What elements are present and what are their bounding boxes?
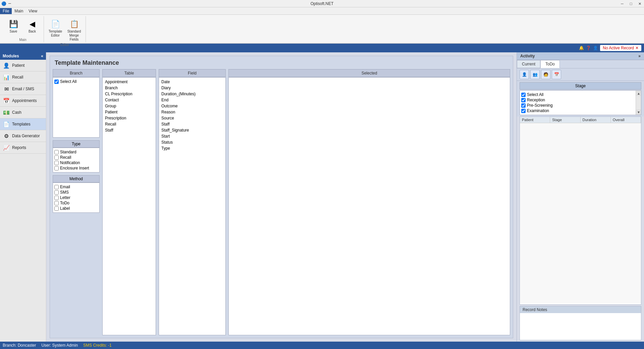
user-icon[interactable]: 👤 [593,46,598,50]
method-email-checkbox[interactable] [54,185,59,189]
table-item-prescription[interactable]: Prescription [104,115,154,121]
field-item-diary[interactable]: Diary [160,85,224,91]
template-editor-button[interactable]: 📄 Template Editor [47,17,64,39]
table-item-patient[interactable]: Patient [104,109,154,115]
sidebar-item-appointments[interactable]: 📅 Appointments [0,95,46,107]
field-item-date[interactable]: Date [160,79,224,85]
maximize-button[interactable]: □ [627,0,635,7]
method-todo-label: ToDo [60,201,69,205]
type-standard[interactable]: Standard [54,149,98,155]
method-letter-checkbox[interactable] [54,196,59,200]
field-item-type[interactable]: Type [160,145,224,151]
patient-icon: 👤 [3,62,10,69]
activity-table: Patient Stage Duration Overall [520,116,641,305]
stage-select-all-checkbox[interactable] [521,93,526,97]
method-sms-checkbox[interactable] [54,190,59,195]
field-item-outcome[interactable]: Outcome [160,103,224,109]
branch-select-all-checkbox[interactable] [54,80,59,84]
sidebar-collapse-icon[interactable]: « [41,54,43,58]
selected-content [228,77,510,335]
stage-reception-checkbox[interactable] [521,98,526,102]
branch-content: Select All [53,77,100,138]
app-logo-icon: 🔵 [1,1,6,6]
sidebar-item-reports[interactable]: 📈 Reports [0,142,46,154]
sidebar-item-recall[interactable]: 📊 Recall [0,71,46,83]
type-notification-checkbox[interactable] [54,161,59,165]
tab-current[interactable]: Current [517,60,540,68]
activity-icon-person2[interactable]: 👥 [530,70,540,79]
status-user: User: System Admin [41,343,78,348]
activity-icon-person3[interactable]: 🧑 [541,70,550,79]
field-item-duration[interactable]: Duration_(Minutes) [160,91,224,97]
method-todo-checkbox[interactable] [54,201,59,205]
save-button[interactable]: 💾 Save [5,17,22,35]
method-todo[interactable]: ToDo [54,200,98,206]
type-notification[interactable]: Notification [54,160,98,165]
stage-select-all[interactable]: Select All [521,92,634,97]
ribbon-main-label: Main [19,38,26,42]
method-label-checkbox[interactable] [54,206,59,211]
menu-file[interactable]: File [0,8,12,14]
menu-main[interactable]: Main [12,8,26,14]
type-standard-checkbox[interactable] [54,150,59,154]
type-enclosure-insert[interactable]: Enclosure Insert [54,165,98,171]
notification-icon[interactable]: 🔔 [579,46,584,50]
stage-pre-screening[interactable]: Pre-Screening [521,103,634,108]
stage-reception[interactable]: Reception [521,97,634,103]
method-letter[interactable]: Letter [54,195,98,200]
field-item-staff[interactable]: Staff [160,121,224,127]
table-item-appointment[interactable]: Appointment [104,79,154,85]
col-duration: Duration [581,117,611,123]
field-item-status[interactable]: Status [160,139,224,145]
ribbon-group-editor: 📄 Template Editor 📋 Standard Merge Field… [44,16,86,42]
sidebar-item-cash[interactable]: 💵 Cash [0,107,46,118]
field-item-end[interactable]: End [160,97,224,103]
stage-scrollbar[interactable]: ▲ ▼ [636,91,641,115]
method-email[interactable]: Email [54,184,98,190]
branch-select-all[interactable]: Select All [54,79,98,84]
table-item-branch[interactable]: Branch [104,85,154,91]
activity-expand-icon[interactable]: » [638,54,641,58]
menu-view[interactable]: View [26,8,40,14]
field-item-reason[interactable]: Reason [160,109,224,115]
method-content: Email SMS Letter [53,183,100,213]
stage-examination[interactable]: Examination [521,108,634,113]
field-item-start[interactable]: Start [160,133,224,139]
close-button[interactable]: ✕ [635,0,644,7]
method-label[interactable]: Label [54,206,98,211]
field-item-source[interactable]: Source [160,115,224,121]
record-notes-body[interactable] [520,313,641,340]
branch-select-all-label: Select All [60,79,76,84]
stage-examination-checkbox[interactable] [521,109,526,113]
no-active-record-close[interactable]: ✕ [635,46,639,50]
sidebar-item-label-patient: Patient [12,63,24,68]
table-item-staff[interactable]: Staff [104,127,154,133]
help-icon[interactable]: ❓ [586,46,591,50]
stage-pre-screening-checkbox[interactable] [521,103,526,108]
method-sms[interactable]: SMS [54,190,98,195]
table-item-cl-prescription[interactable]: CL Prescription [104,91,154,97]
type-enclosure-insert-checkbox[interactable] [54,166,59,170]
activity-icon-calendar[interactable]: 📅 [552,70,561,79]
sidebar-item-patient[interactable]: 👤 Patient [0,60,46,71]
table-item-contact[interactable]: Contact [104,97,154,103]
field-content: Date Diary Duration_(Minutes) End Outcom… [159,77,226,335]
activity-icon-person1[interactable]: 👤 [520,70,529,79]
minimize-button[interactable]: ─ [618,0,627,7]
table-item-group[interactable]: Group [104,103,154,109]
window-minimize[interactable]: ─ [8,1,11,6]
scroll-up-arrow[interactable]: ▲ [636,91,641,96]
standard-merge-fields-button[interactable]: 📋 Standard Merge Fields [65,17,83,43]
type-recall[interactable]: Recall [54,155,98,160]
table-item-recall[interactable]: Recall [104,121,154,127]
sidebar-item-templates[interactable]: 📄 Templates [0,118,46,130]
field-item-staff-signature[interactable]: Staff_Signature [160,127,224,133]
sidebar-item-data-generator[interactable]: ⚙ Data Generator [0,130,46,142]
method-header: Method [53,175,100,183]
tab-todo[interactable]: ToDo [540,60,560,68]
sidebar-item-email-sms[interactable]: ✉ Email / SMS [0,83,46,95]
type-recall-label: Recall [60,155,71,160]
type-recall-checkbox[interactable] [54,155,59,160]
scroll-down-arrow[interactable]: ▼ [636,109,641,115]
back-button[interactable]: ◀ Back [23,17,41,35]
